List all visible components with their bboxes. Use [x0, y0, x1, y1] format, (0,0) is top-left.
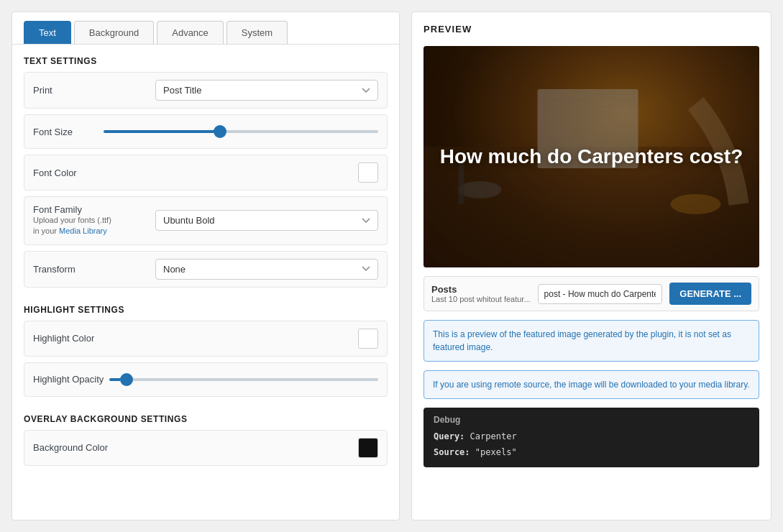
font-color-label: Font Color [33, 168, 98, 178]
debug-title: Debug [434, 415, 749, 425]
font-family-row: Font Family Upload your fonts (.ttf) in … [24, 196, 388, 245]
debug-source-line: Source: "pexels" [434, 445, 749, 461]
transform-select[interactable]: None Uppercase Lowercase Capitalize [155, 259, 378, 280]
highlight-color-row: Highlight Color [24, 321, 388, 357]
tabs: Text Background Advance System [12, 12, 399, 45]
generate-button[interactable]: GENERATE ... [669, 283, 751, 305]
font-family-label: Font Family [33, 204, 127, 215]
media-library-link[interactable]: Media Library [59, 226, 107, 235]
transform-row: Transform None Uppercase Lowercase Capit… [24, 251, 388, 288]
print-row: Print Post Title Post Excerpt Custom Tex… [24, 72, 388, 109]
posts-sub: Last 10 post whitout featur... [431, 295, 531, 303]
font-family-sub: Upload your fonts (.ttf) in your Media L… [33, 215, 119, 237]
highlight-color-swatch[interactable] [358, 329, 378, 349]
background-color-swatch[interactable] [358, 438, 378, 458]
font-size-slider[interactable] [104, 130, 378, 133]
highlight-opacity-label: Highlight Opacity [33, 374, 104, 385]
text-settings-title: TEXT SETTINGS [12, 45, 399, 72]
font-color-swatch[interactable] [358, 162, 378, 183]
font-size-label: Font Size [33, 127, 98, 137]
tab-advance[interactable]: Advance [157, 21, 224, 44]
highlight-opacity-slider[interactable] [109, 378, 378, 381]
highlight-color-label: Highlight Color [33, 333, 98, 344]
print-label: Print [33, 85, 98, 96]
tab-text[interactable]: Text [24, 21, 71, 44]
preview-image: How much do Carpenters cost? [423, 46, 759, 267]
preview-image-text: How much do Carpenters cost? [426, 145, 758, 168]
print-select[interactable]: Post Title Post Excerpt Custom Text [155, 80, 378, 101]
posts-row: Posts Last 10 post whitout featur... GEN… [423, 276, 759, 311]
font-family-select[interactable]: Ubuntu Bold Arial Roboto Open Sans [155, 210, 378, 231]
notice-remote: If you are using remote source, the imag… [423, 370, 759, 399]
tab-system[interactable]: System [226, 21, 288, 44]
highlight-settings-title: HIGHLIGHT SETTINGS [12, 293, 399, 321]
left-panel: Text Background Advance System TEXT SETT… [12, 12, 400, 520]
posts-label: Posts [431, 284, 531, 295]
debug-block: Debug Query: Carpenter Source: "pexels" [423, 408, 759, 467]
highlight-opacity-row: Highlight Opacity [24, 362, 388, 397]
right-panel: PREVIEW How much do [411, 12, 771, 520]
font-size-row: Font Size [24, 114, 388, 149]
background-color-label: Background Color [33, 442, 108, 453]
notice-preview: This is a preview of the featured image … [423, 320, 759, 362]
font-color-row: Font Color [24, 155, 388, 191]
debug-query-line: Query: Carpenter [434, 429, 749, 445]
preview-title: PREVIEW [423, 24, 759, 35]
transform-label: Transform [33, 264, 98, 275]
preview-image-overlay: How much do Carpenters cost? [423, 46, 759, 267]
tab-background[interactable]: Background [74, 21, 154, 44]
background-color-row: Background Color [24, 430, 388, 466]
posts-input[interactable] [538, 284, 663, 304]
overlay-settings-title: OVERLAY BACKGROUND SETTINGS [12, 403, 399, 430]
